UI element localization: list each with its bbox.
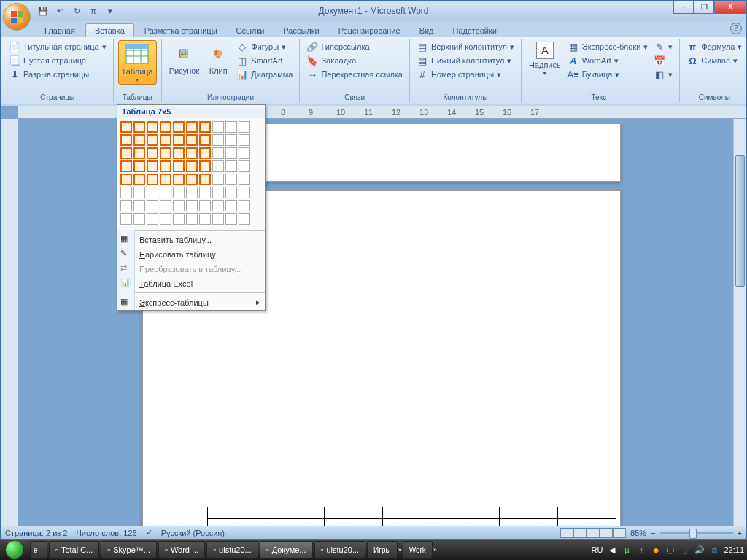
grid-cell[interactable] bbox=[212, 187, 224, 198]
grid-cell[interactable] bbox=[225, 147, 237, 159]
taskbar-item[interactable]: ▫ulstu20... bbox=[314, 541, 366, 559]
page-break-button[interactable]: ⬇Разрыв страницы bbox=[7, 68, 109, 81]
object-button[interactable]: ◧▾ bbox=[651, 68, 675, 81]
crossref-button[interactable]: ↔Перекрестная ссылка bbox=[304, 68, 405, 81]
grid-cell[interactable] bbox=[160, 160, 171, 172]
pi-icon[interactable]: π bbox=[86, 4, 101, 18]
grid-cell[interactable] bbox=[225, 134, 237, 146]
tab-addins[interactable]: Надстройки bbox=[444, 24, 506, 37]
grid-cell[interactable] bbox=[160, 200, 171, 211]
word-count[interactable]: Число слов: 126 bbox=[77, 529, 137, 537]
grid-cell[interactable] bbox=[212, 174, 224, 185]
grid-cell[interactable] bbox=[120, 147, 132, 159]
grid-cell[interactable] bbox=[212, 134, 224, 146]
tab-mailings[interactable]: Рассылки bbox=[274, 24, 328, 37]
bookmark-button[interactable]: 🔖Закладка bbox=[304, 54, 405, 67]
dropcap-button[interactable]: A≡Буквица ▾ bbox=[565, 68, 651, 81]
language-indicator[interactable]: RU bbox=[592, 545, 603, 554]
page-status[interactable]: Страница: 2 из 2 bbox=[5, 529, 68, 537]
grid-cell[interactable] bbox=[186, 134, 198, 146]
grid-cell[interactable] bbox=[186, 213, 198, 225]
pagenumber-button[interactable]: #Номер страницы ▾ bbox=[414, 68, 516, 81]
grid-cell[interactable] bbox=[147, 134, 158, 146]
office-button[interactable] bbox=[3, 3, 31, 31]
grid-cell[interactable] bbox=[133, 147, 145, 159]
taskbar-item[interactable]: ▫Докуме... bbox=[260, 541, 313, 559]
grid-cell[interactable] bbox=[120, 121, 132, 133]
close-button[interactable]: X bbox=[714, 1, 746, 14]
grid-cell[interactable] bbox=[160, 147, 171, 159]
grid-cell[interactable] bbox=[133, 174, 145, 185]
vertical-ruler[interactable] bbox=[1, 119, 18, 526]
grid-cell[interactable] bbox=[133, 200, 145, 211]
table-grid-picker[interactable] bbox=[117, 118, 265, 229]
grid-cell[interactable] bbox=[147, 160, 158, 172]
grid-cell[interactable] bbox=[133, 160, 145, 172]
tray-icon[interactable]: ◀ bbox=[607, 545, 617, 555]
grid-cell[interactable] bbox=[199, 187, 211, 198]
wordart-button[interactable]: AWordArt ▾ bbox=[565, 54, 651, 67]
tab-layout[interactable]: Разметка страницы bbox=[136, 24, 226, 37]
header-button[interactable]: ▤Верхний колонтитул ▾ bbox=[414, 40, 516, 53]
grid-cell[interactable] bbox=[147, 174, 158, 185]
grid-cell[interactable] bbox=[199, 121, 211, 133]
grid-cell[interactable] bbox=[147, 121, 158, 133]
redo-icon[interactable]: ↻ bbox=[69, 4, 84, 18]
taskbar-item[interactable]: ▫Word ... bbox=[158, 541, 205, 559]
grid-cell[interactable] bbox=[225, 200, 237, 211]
taskbar-extra-games[interactable]: Игры bbox=[367, 541, 398, 559]
equation-button[interactable]: πФормула ▾ bbox=[684, 40, 744, 53]
grid-cell[interactable] bbox=[225, 121, 237, 133]
grid-cell[interactable] bbox=[239, 213, 250, 225]
grid-cell[interactable] bbox=[173, 134, 185, 146]
grid-cell[interactable] bbox=[212, 213, 224, 225]
grid-cell[interactable] bbox=[199, 200, 211, 211]
grid-cell[interactable] bbox=[160, 121, 171, 133]
footer-button[interactable]: ▤Нижний колонтитул ▾ bbox=[414, 54, 516, 67]
tab-insert[interactable]: Вставка bbox=[85, 23, 134, 37]
zoom-slider[interactable] bbox=[660, 532, 733, 534]
grid-cell[interactable] bbox=[120, 134, 132, 146]
grid-cell[interactable] bbox=[239, 121, 250, 133]
grid-cell[interactable] bbox=[120, 187, 132, 198]
grid-cell[interactable] bbox=[160, 134, 171, 146]
grid-cell[interactable] bbox=[239, 160, 250, 172]
qat-menu-icon[interactable]: ▾ bbox=[103, 4, 117, 18]
shapes-button[interactable]: ◇Фигуры ▾ bbox=[234, 40, 295, 53]
grid-cell[interactable] bbox=[120, 160, 132, 172]
save-icon[interactable]: 💾 bbox=[36, 4, 50, 18]
ie-button[interactable]: e bbox=[30, 541, 47, 559]
tab-review[interactable]: Рецензирование bbox=[330, 24, 409, 37]
maximize-button[interactable]: ❐ bbox=[694, 1, 714, 14]
grid-cell[interactable] bbox=[147, 187, 158, 198]
view-buttons[interactable] bbox=[560, 528, 626, 538]
grid-cell[interactable] bbox=[239, 200, 250, 211]
zoom-level[interactable]: 85% bbox=[630, 529, 646, 537]
tray-icon[interactable]: ↑ bbox=[636, 545, 646, 555]
grid-cell[interactable] bbox=[239, 134, 250, 146]
textbox-button[interactable]: AНадпись▼ bbox=[526, 40, 564, 77]
grid-cell[interactable] bbox=[212, 147, 224, 159]
symbol-button[interactable]: ΩСимвол ▾ bbox=[684, 54, 744, 67]
insert-table-item[interactable]: ▦Вставить таблицу... bbox=[117, 233, 265, 247]
quickparts-button[interactable]: ▦Экспресс-блоки ▾ bbox=[565, 40, 651, 53]
tray-icon[interactable]: ◆ bbox=[651, 545, 661, 555]
grid-cell[interactable] bbox=[147, 213, 158, 225]
grid-cell[interactable] bbox=[173, 174, 185, 185]
grid-cell[interactable] bbox=[173, 213, 185, 225]
language-status[interactable]: Русский (Россия) bbox=[161, 529, 225, 537]
grid-cell[interactable] bbox=[199, 147, 211, 159]
tray-dropbox-icon[interactable]: ⧈ bbox=[709, 545, 719, 555]
grid-cell[interactable] bbox=[225, 174, 237, 185]
grid-cell[interactable] bbox=[133, 187, 145, 198]
zoom-out-button[interactable]: − bbox=[651, 529, 655, 537]
tray-volume-icon[interactable]: 🔊 bbox=[694, 545, 705, 555]
picture-button[interactable]: 🖼️Рисунок bbox=[166, 40, 203, 77]
grid-cell[interactable] bbox=[239, 147, 250, 159]
grid-cell[interactable] bbox=[212, 160, 224, 172]
grid-cell[interactable] bbox=[186, 147, 198, 159]
spellcheck-icon[interactable]: ✓ bbox=[146, 528, 152, 537]
grid-cell[interactable] bbox=[120, 213, 132, 225]
undo-icon[interactable]: ↶ bbox=[53, 4, 67, 18]
tray-battery-icon[interactable]: ▯ bbox=[680, 545, 690, 555]
